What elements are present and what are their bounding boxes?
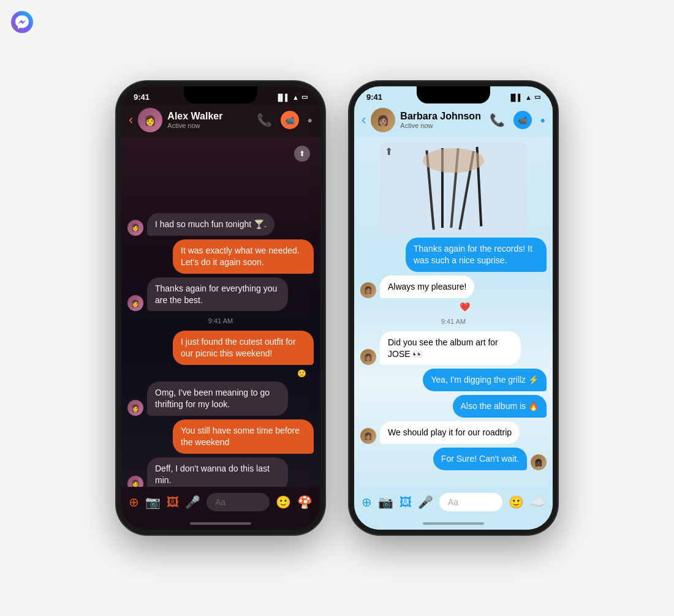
phone-call-icon-dark[interactable]: 📞 xyxy=(257,113,272,127)
msg-row-6: You still have some time before the week… xyxy=(127,419,314,454)
bubble-received-4: Deff, I don't wanna do this last min. xyxy=(147,457,288,487)
svg-point-0 xyxy=(11,11,33,33)
bubble-received-l2: Did you see the album art for JOSE 👀 xyxy=(380,331,521,366)
phone-dark: 9:41 ▐▌▌ ▲ ▭ ‹ 👩 Alex Walker Active now … xyxy=(116,81,325,535)
add-icon-dark[interactable]: ⊕ xyxy=(129,495,139,509)
records-image xyxy=(380,142,527,234)
camera-icon-dark[interactable]: 📷 xyxy=(145,495,161,509)
msg-text-1: I had so much fun tonight 🍸. xyxy=(155,219,267,229)
home-indicator-dark xyxy=(190,522,251,525)
chat-header-light: ‹ 👩🏽 Barbara Johnson Active now 📞 📹 ● xyxy=(354,104,553,137)
home-bar-light xyxy=(354,517,553,530)
bubble-sent-l2: Yea, I'm digging the grillz ⚡ xyxy=(423,369,547,391)
msg-text-3: Thanks again for everything you are the … xyxy=(155,284,277,305)
signal-icon-light: ▐▌▌ xyxy=(509,94,523,101)
mic-icon-light[interactable]: 🎤 xyxy=(418,495,433,509)
back-button-dark[interactable]: ‹ xyxy=(129,112,133,128)
status-icons-light: ▐▌▌ ▲ ▭ xyxy=(509,93,540,101)
mini-avatar-l1: 👩🏽 xyxy=(360,282,376,298)
msg-row-5: 👩 Omg, I've been meaning to go thrifting… xyxy=(127,381,314,416)
mini-avatar-l2: 👩🏽 xyxy=(360,349,376,365)
home-indicator-light xyxy=(423,522,484,525)
photo-icon-dark[interactable]: 🖼 xyxy=(167,495,179,509)
chat-header-dark: ‹ 👩 Alex Walker Active now 📞 📹 ● xyxy=(121,104,320,137)
input-bar-light: ⊕ 📷 🖼 🎤 Aa 🙂 ☁️ xyxy=(354,487,553,517)
status-bar-dark: 9:41 ▐▌▌ ▲ ▭ xyxy=(121,86,320,104)
bubble-sent-1: It was exactly what we needed. Let's do … xyxy=(173,239,314,274)
notch-light xyxy=(417,86,490,103)
msg-text-l6: We should play it for our roadtrip xyxy=(388,427,512,437)
signal-icon: ▐▌▌ xyxy=(276,94,290,101)
photo-icon-light[interactable]: 🖼 xyxy=(399,495,412,509)
msg-text-l4: Yea, I'm digging the grillz ⚡ xyxy=(431,375,539,385)
messenger-logo xyxy=(11,11,33,33)
input-placeholder-light: Aa xyxy=(448,497,458,507)
bubble-received-1: I had so much fun tonight 🍸. xyxy=(147,213,275,236)
wifi-icon-light: ▲ xyxy=(525,94,532,101)
msg-text-l7: For Sure! Can't wait. xyxy=(441,454,519,464)
text-input-dark[interactable]: Aa xyxy=(206,493,270,511)
msg-text-l1: Thanks again for the records! It was suc… xyxy=(414,244,532,265)
input-placeholder-dark: Aa xyxy=(215,497,225,507)
input-bar-dark: ⊕ 📷 🖼 🎤 Aa 🙂 🍄 xyxy=(121,487,320,517)
battery-icon-light: ▭ xyxy=(534,93,540,101)
battery-icon: ▭ xyxy=(301,93,308,101)
contact-status-dark: Active now xyxy=(167,122,251,129)
contact-info-light: Barbara Johnson Active now xyxy=(400,111,484,129)
timestamp-1: 9:41 AM xyxy=(127,315,314,327)
cloud-icon-light[interactable]: ☁️ xyxy=(530,495,545,509)
chat-area-dark: 🏮🏮🏮 ⬆ 👩 I had so much fun tonight 🍸. It … xyxy=(121,137,320,487)
bubble-sent-l1: Thanks again for the records! It was suc… xyxy=(406,238,547,272)
user-avatar-right: 👩🏿 xyxy=(531,454,547,470)
mini-avatar-1: 👩 xyxy=(127,220,143,236)
bubble-received-l1: Always my pleasure! xyxy=(380,276,474,298)
msg-row-l6: 👩🏽 We should play it for our roadtrip xyxy=(360,421,547,444)
bubble-sent-l4: For Sure! Can't wait. xyxy=(433,448,527,470)
mini-avatar-4: 👩 xyxy=(127,476,143,487)
add-icon-light[interactable]: ⊕ xyxy=(362,495,372,509)
bubble-received-2: Thanks again for everything you are the … xyxy=(147,277,288,312)
msg-text-7: Deff, I don't wanna do this last min. xyxy=(155,464,270,485)
timestamp-l1: 9:41 AM xyxy=(360,315,547,328)
video-call-button-dark[interactable]: 📹 xyxy=(281,111,299,129)
emoji-icon-dark[interactable]: 🙂 xyxy=(276,495,291,509)
time-dark: 9:41 xyxy=(134,92,150,102)
mushroom-icon-dark[interactable]: 🍄 xyxy=(297,495,312,509)
video-icon-dark: 📹 xyxy=(285,116,295,125)
more-icon-dark: ● xyxy=(308,115,312,125)
msg-row-l4: Yea, I'm digging the grillz ⚡ xyxy=(360,369,547,391)
msg-text-6: You still have some time before the week… xyxy=(181,426,300,447)
emoji-icon-light[interactable]: 🙂 xyxy=(509,495,524,509)
share-button-dark[interactable]: ⬆ xyxy=(294,146,310,162)
mic-icon-dark[interactable]: 🎤 xyxy=(185,495,200,509)
msg-text-l5: Also the album is 🔥 xyxy=(461,401,539,411)
msg-text-5: Omg, I've been meaning to go thrifting f… xyxy=(155,388,270,409)
bubble-sent-l3: Also the album is 🔥 xyxy=(453,395,547,418)
back-button-light[interactable]: ‹ xyxy=(362,112,366,128)
header-actions-dark: 📞 📹 ● xyxy=(257,111,312,129)
video-call-button-light[interactable]: 📹 xyxy=(513,111,532,129)
bubble-sent-2: I just found the cutest outfit for our p… xyxy=(173,331,314,365)
contact-name-dark: Alex Walker xyxy=(167,111,251,122)
contact-avatar-light: 👩🏽 xyxy=(371,108,395,132)
contact-info-dark: Alex Walker Active now xyxy=(167,111,251,129)
more-icon-light: ● xyxy=(540,115,545,125)
msg-row-2: It was exactly what we needed. Let's do … xyxy=(127,239,314,274)
share-button-light[interactable]: ⬆ xyxy=(385,146,393,157)
contact-name-light: Barbara Johnson xyxy=(400,111,484,122)
contact-avatar-dark: 👩 xyxy=(138,108,162,132)
text-input-light[interactable]: Aa xyxy=(439,493,502,511)
camera-icon-light[interactable]: 📷 xyxy=(378,495,393,509)
time-light: 9:41 xyxy=(366,92,382,102)
emoji-reaction-1: 🙂 xyxy=(127,369,314,378)
msg-text-l2: Always my pleasure! xyxy=(388,282,466,291)
msg-row-7: 👩 Deff, I don't wanna do this last min. xyxy=(127,457,314,487)
mini-avatar-3: 👩 xyxy=(127,400,143,416)
image-message-light: ⬆ xyxy=(360,142,547,234)
mini-avatar-2: 👩 xyxy=(127,295,143,311)
bubble-received-3: Omg, I've been meaning to go thrifting f… xyxy=(147,381,288,416)
phone-call-icon-light[interactable]: 📞 xyxy=(490,113,505,127)
header-actions-light: 📞 📹 ● xyxy=(490,111,545,129)
chat-image-container-light: ⬆ xyxy=(380,142,527,234)
home-bar-dark xyxy=(121,517,320,530)
